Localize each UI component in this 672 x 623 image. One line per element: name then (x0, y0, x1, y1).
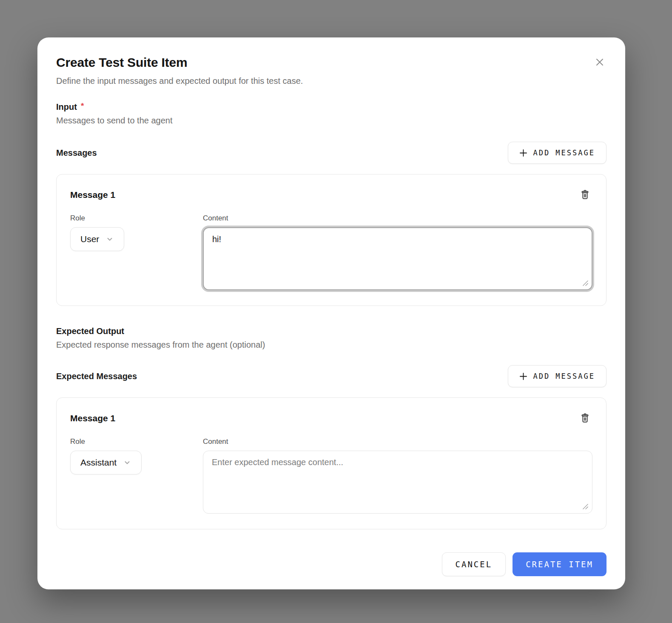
role-select[interactable]: User (70, 227, 124, 251)
messages-heading: Messages (56, 148, 97, 158)
content-label: Content (203, 214, 592, 223)
create-item-button[interactable]: CREATE ITEM (513, 552, 607, 576)
dialog-footer: CANCEL CREATE ITEM (56, 552, 607, 576)
input-section-label: Input* (56, 101, 607, 112)
close-button[interactable] (590, 53, 609, 71)
expected-role-select[interactable]: Assistant (70, 451, 142, 474)
plus-icon (519, 149, 527, 157)
message-card-title: Message 1 (70, 413, 115, 423)
chevron-down-icon (105, 235, 114, 243)
delete-message-button[interactable] (578, 187, 592, 202)
message-card-title: Message 1 (70, 190, 115, 200)
role-label: Role (70, 437, 203, 446)
messages-header-row: Messages ADD MESSAGE (56, 142, 607, 164)
trash-icon (579, 189, 591, 200)
trash-icon (579, 412, 591, 424)
role-select-value: User (80, 234, 99, 244)
expected-messages-heading: Expected Messages (56, 372, 137, 381)
content-label: Content (203, 437, 592, 446)
page-title: Create Test Suite Item (56, 55, 607, 70)
cancel-button[interactable]: CANCEL (442, 552, 506, 576)
plus-icon (519, 372, 527, 380)
delete-expected-message-button[interactable] (578, 411, 592, 426)
expected-messages-header-row: Expected Messages ADD MESSAGE (56, 365, 607, 387)
input-message-card: Message 1 Role User (56, 174, 607, 306)
chevron-down-icon (123, 458, 131, 467)
input-section-description: Messages to send to the agent (56, 116, 607, 126)
add-message-label: ADD MESSAGE (533, 372, 595, 380)
dialog-subtitle: Define the input messages and expected o… (56, 76, 607, 86)
expected-output-description: Expected response messages from the agen… (56, 340, 607, 350)
expected-message-card: Message 1 Role Assistant (56, 397, 607, 529)
add-input-message-button[interactable]: ADD MESSAGE (508, 142, 607, 164)
content-input[interactable]: hi! (203, 227, 592, 290)
expected-output-label: Expected Output (56, 326, 607, 336)
role-label: Role (70, 214, 203, 223)
expected-content-input[interactable] (203, 451, 592, 514)
close-icon (593, 56, 606, 69)
add-message-label: ADD MESSAGE (533, 149, 595, 157)
create-test-suite-item-dialog: Create Test Suite Item Define the input … (37, 37, 625, 589)
required-asterisk: * (81, 101, 84, 110)
role-select-value: Assistant (80, 457, 117, 468)
add-expected-message-button[interactable]: ADD MESSAGE (508, 365, 607, 387)
